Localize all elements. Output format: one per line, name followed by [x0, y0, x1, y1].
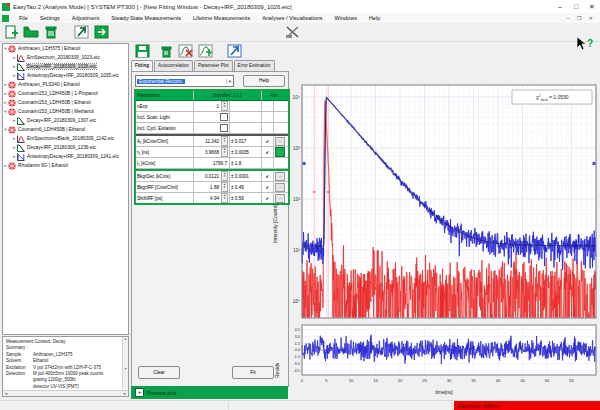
tree-file-row[interactable]: ▸Decay+IRF_20180309_1307.etc: [3, 116, 128, 125]
more-options-button[interactable]: ...: [275, 137, 285, 146]
vary-checkbox-cell[interactable]: [262, 101, 274, 111]
parameter-options-cell[interactable]: ...: [274, 193, 286, 203]
vary-checkbox-cell[interactable]: ✔: [262, 171, 274, 181]
parameter-options-cell[interactable]: ...: [274, 171, 286, 181]
parameter-value-cell[interactable]: 0.0121▲▼: [194, 171, 230, 181]
tab-fitting[interactable]: Fitting: [131, 60, 153, 71]
delete-fit-button[interactable]: [157, 43, 175, 59]
tree-group-row[interactable]: ▸Coumarin153_LDH450B | 1-Propanol: [3, 89, 128, 98]
vary-checkbox-cell[interactable]: [262, 123, 274, 133]
summary-vertical-scrollbar[interactable]: ▲▼: [122, 337, 128, 389]
select-tool-button[interactable]: [72, 24, 90, 40]
more-options-button[interactable]: ...: [275, 183, 285, 192]
delete-button[interactable]: [42, 24, 60, 40]
parameter-value-cell[interactable]: 1.88▲▼: [194, 182, 230, 192]
vary-checkbox-cell[interactable]: ✔: [262, 182, 274, 192]
tree-group-label[interactable]: Rhodamin 6G | Ethanol: [18, 163, 68, 168]
tree-group-row[interactable]: ▾Anthracen_LDH375 | Ethanol: [3, 44, 128, 53]
vary-checkbox-cell[interactable]: [262, 158, 274, 168]
tree-file-label[interactable]: Decay+IRF_20180309_1307.etc: [27, 118, 96, 123]
pick-data-button[interactable]: [225, 43, 243, 59]
tree-group-row[interactable]: ▾Coumarin153_LDH450B | Methanol: [3, 107, 128, 116]
vary-checkbox-cell[interactable]: ✔: [262, 193, 274, 203]
residuals-plot[interactable]: 4.53.01.50.0-1.5-3.0-4.50510152025303540…: [290, 324, 598, 388]
tree-group-label[interactable]: Coumarin6_LDH450B | Ethanol: [18, 127, 85, 132]
menu-windows[interactable]: Windows: [329, 15, 363, 21]
spinner-icon[interactable]: ▲▼: [221, 147, 228, 157]
menu-steady-state[interactable]: Steady-State Measurements: [105, 15, 187, 21]
tree-group-label[interactable]: Coumarin153_LDH450B | Ethanol: [18, 100, 90, 105]
exit-button[interactable]: [92, 24, 110, 40]
parameter-options-cell[interactable]: [274, 101, 286, 111]
tree-file-row[interactable]: ▸Decay+IRF_20180309_1026.etc: [3, 62, 128, 71]
spinner-icon[interactable]: ▲▼: [221, 101, 228, 111]
tree-file-label[interactable]: AnisotropyDecay+IRF_20180309_1241.etc: [27, 154, 119, 159]
tree-file-label[interactable]: AnisotropyDecay+IRF_20180309_1035.etc: [27, 73, 119, 78]
preview-plot-bar[interactable]: + Preview plot: [131, 386, 288, 399]
tree-group-row[interactable]: ▸Rhodamin 6G | Ethanol: [3, 161, 128, 170]
parameter-value-cell[interactable]: 1▲▼: [194, 101, 230, 111]
menu-analyses[interactable]: Analyses / Visualisations: [256, 15, 328, 21]
summary-horizontal-scrollbar[interactable]: ◄►: [3, 390, 128, 396]
child-window-icon[interactable]: [2, 15, 9, 22]
tree-group-label[interactable]: Anthracen_PLS340 | Ethanol: [18, 82, 80, 87]
parameter-options-cell[interactable]: [274, 158, 286, 168]
tree-file-label[interactable]: Decay+IRF_20180309_1239.etc: [27, 145, 96, 150]
vary-checkbox-cell[interactable]: ✔: [262, 147, 274, 157]
parameter-options-cell[interactable]: [274, 112, 286, 122]
parameter-options-cell[interactable]: ...: [274, 136, 286, 146]
menu-settings[interactable]: Settings: [34, 15, 66, 21]
maximize-button[interactable]: □: [568, 3, 584, 11]
parameter-options-cell[interactable]: [274, 123, 286, 133]
menu-file[interactable]: File: [13, 15, 34, 21]
tree-group-label[interactable]: Anthracen_LDH375 | Ethanol: [18, 46, 80, 51]
tab-parameter-plot[interactable]: Parameter Plot: [194, 60, 233, 71]
parameter-value-cell[interactable]: 3.9668▲▼: [194, 147, 230, 157]
link-indicator[interactable]: [275, 147, 285, 157]
parameter-value-cell[interactable]: 4.94▲▼: [194, 193, 230, 203]
main-plot[interactable]: 10⁴10³10²10¹10⁰χ2local = 1.0530: [290, 84, 598, 320]
tree-file-row[interactable]: ▸AnisotropyDecay+IRF_20180309_1035.etc: [3, 71, 128, 80]
measurement-wizard-button[interactable]: [284, 24, 302, 40]
more-options-button[interactable]: ...: [275, 172, 285, 181]
more-options-button[interactable]: ...: [275, 194, 285, 203]
menu-adjustment[interactable]: Adjustment: [66, 15, 106, 21]
tree-file-label[interactable]: EmSpectrum+Blank_20180309_1142.etc: [27, 136, 114, 141]
spinner-icon[interactable]: ▲▼: [221, 193, 228, 203]
fit-model-select[interactable]: Exponential Reconv. ▼: [135, 75, 234, 87]
tree-file-label[interactable]: Decay+IRF_20180309_1026.etc: [27, 64, 96, 69]
close-button[interactable]: ✕: [584, 3, 600, 11]
tree-group-label[interactable]: Coumarin153_LDH450B | Methanol: [18, 109, 94, 114]
tree-file-row[interactable]: ▸AnisotropyDecay+IRF_20180309_1241.etc: [3, 152, 128, 161]
tree-group-row[interactable]: ▾Coumarin6_LDH450B | Ethanol: [3, 125, 128, 134]
tab-error-estimation[interactable]: Error Estimation: [234, 60, 275, 71]
parameter-value-cell[interactable]: [194, 123, 230, 133]
menu-lifetime[interactable]: Lifetime Measurements: [187, 15, 256, 21]
vary-checkbox-cell[interactable]: ✔: [262, 136, 274, 146]
tree-file-row[interactable]: ▸EmSpectrum_20180309_1023.etc: [3, 53, 128, 62]
tree-group-label[interactable]: Coumarin153_LDH450B | 1-Propanol: [18, 91, 98, 96]
parameter-options-cell[interactable]: [274, 147, 286, 157]
parameter-value-cell[interactable]: 1799.7: [194, 158, 230, 168]
spinner-icon[interactable]: ▲▼: [221, 136, 228, 146]
save-fit-button[interactable]: [133, 43, 151, 59]
menu-help[interactable]: Help: [363, 15, 386, 21]
parameter-value-cell[interactable]: 11.342▲▼: [194, 136, 230, 146]
open-button[interactable]: [22, 24, 40, 40]
tree-group-row[interactable]: ▸Coumarin153_LDH450B | Ethanol: [3, 98, 128, 107]
parameter-value-cell[interactable]: [194, 112, 230, 122]
minimize-button[interactable]: –: [552, 3, 568, 11]
parameter-options-cell[interactable]: ...: [274, 182, 286, 192]
tree-file-row[interactable]: ▸EmSpectrum+Blank_20180309_1142.etc: [3, 134, 128, 143]
option-checkbox[interactable]: [220, 124, 228, 132]
remove-dataset-button[interactable]: [177, 43, 195, 59]
tree-file-row[interactable]: ▸Decay+IRF_20180309_1239.etc: [3, 143, 128, 152]
child-window-controls[interactable]: – ❐ ✕: [567, 15, 600, 21]
new-measurement-button[interactable]: [2, 24, 20, 40]
spinner-icon[interactable]: ▲▼: [221, 171, 228, 181]
option-checkbox[interactable]: [220, 113, 228, 121]
vary-checkbox-cell[interactable]: [262, 112, 274, 122]
tree-group-row[interactable]: ▸Anthracen_PLS340 | Ethanol: [3, 80, 128, 89]
clear-button[interactable]: Clear: [138, 366, 180, 379]
tab-autocorrelation[interactable]: Autocorrelation: [154, 60, 193, 71]
